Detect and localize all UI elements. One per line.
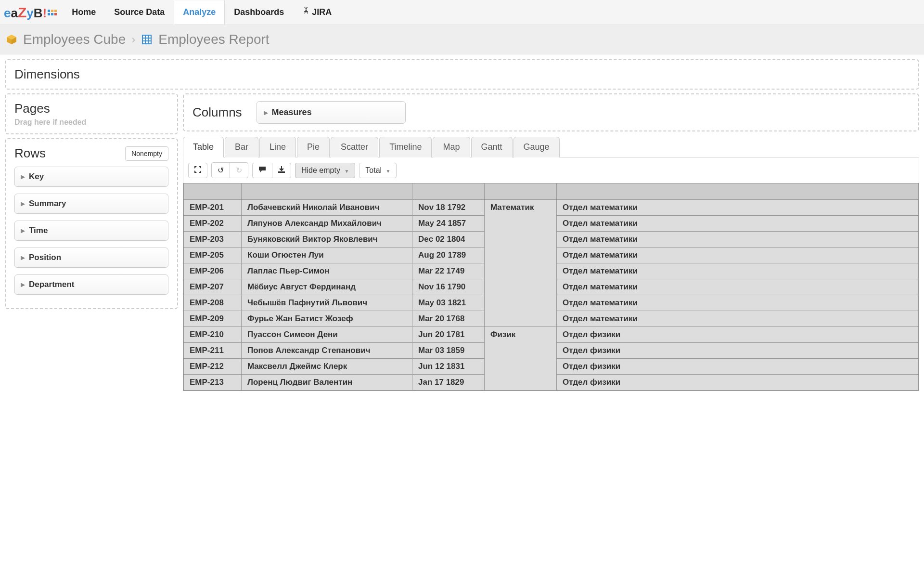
cell-date[interactable]: Aug 20 1789 (412, 248, 485, 263)
cell-date[interactable]: May 24 1857 (412, 216, 485, 232)
cell-department[interactable]: Отдел физики (557, 359, 919, 375)
cell-department[interactable]: Отдел математики (557, 311, 919, 327)
dimensions-panel[interactable]: Dimensions (5, 59, 919, 90)
rows-panel[interactable]: Rows Nonempty ▶Key▶Summary▶Time▶Position… (5, 138, 178, 309)
cell-department[interactable]: Отдел физики (557, 327, 919, 343)
tab-table[interactable]: Table (183, 137, 224, 157)
svg-rect-10 (149, 36, 151, 38)
cell-department[interactable]: Отдел физики (557, 375, 919, 391)
logo[interactable]: eaZyB! (4, 4, 57, 21)
nonempty-button[interactable]: Nonempty (125, 146, 168, 161)
cell-position[interactable]: Физик (485, 327, 557, 391)
cell-date[interactable]: Dec 02 1804 (412, 232, 485, 248)
dimension-label: Department (29, 280, 74, 289)
cell-department[interactable]: Отдел математики (557, 295, 919, 311)
cell-date[interactable]: May 03 1821 (412, 295, 485, 311)
cell-date[interactable]: Mar 22 1749 (412, 263, 485, 279)
svg-point-2 (306, 7, 307, 8)
columns-panel[interactable]: Columns ▶ Measures (183, 93, 919, 131)
cell-name[interactable]: Буняковский Виктор Яковлевич (242, 232, 412, 248)
redo-button[interactable]: ↻ (230, 162, 248, 178)
cell-date[interactable]: Jun 20 1781 (412, 327, 485, 343)
cell-date[interactable]: Nov 18 1792 (412, 200, 485, 216)
tab-pie[interactable]: Pie (297, 137, 330, 157)
download-button[interactable] (272, 163, 291, 178)
row-dimension-position[interactable]: ▶Position (14, 248, 168, 268)
cell-key[interactable]: EMP-203 (184, 232, 242, 248)
row-dimension-department[interactable]: ▶Department (14, 274, 168, 295)
cell-key[interactable]: EMP-206 (184, 263, 242, 279)
comment-button[interactable] (252, 163, 272, 178)
nav-jira[interactable]: JIRA (293, 0, 341, 24)
tab-line[interactable]: Line (259, 137, 296, 157)
cell-department[interactable]: Отдел математики (557, 216, 919, 232)
nav-source-data[interactable]: Source Data (105, 0, 174, 24)
total-dropdown[interactable]: Total ▼ (359, 163, 397, 178)
cell-key[interactable]: EMP-210 (184, 327, 242, 343)
undo-button[interactable]: ↺ (211, 162, 230, 178)
cell-key[interactable]: EMP-202 (184, 216, 242, 232)
svg-rect-15 (146, 41, 148, 43)
tab-bar[interactable]: Bar (225, 137, 258, 157)
cell-name[interactable]: Пуассон Симеон Дени (242, 327, 412, 343)
svg-rect-16 (149, 41, 151, 43)
cell-key[interactable]: EMP-208 (184, 295, 242, 311)
cell-date[interactable]: Mar 03 1859 (412, 343, 485, 359)
row-dimension-summary[interactable]: ▶Summary (14, 194, 168, 214)
cell-name[interactable]: Чебышёв Пафнутий Львович (242, 295, 412, 311)
cell-name[interactable]: Мёбиус Август Фердинанд (242, 279, 412, 295)
pages-panel[interactable]: Pages Drag here if needed (5, 93, 178, 134)
tab-gantt[interactable]: Gantt (471, 137, 513, 157)
cell-key[interactable]: EMP-213 (184, 375, 242, 391)
cell-department[interactable]: Отдел математики (557, 232, 919, 248)
cell-key[interactable]: EMP-201 (184, 200, 242, 216)
cell-key[interactable]: EMP-209 (184, 311, 242, 327)
cell-department[interactable]: Отдел математики (557, 248, 919, 263)
nav-dashboards[interactable]: Dashboards (225, 0, 293, 24)
hide-empty-dropdown[interactable]: Hide empty ▼ (295, 163, 355, 178)
cell-date[interactable]: Nov 16 1790 (412, 279, 485, 295)
tab-map[interactable]: Map (433, 137, 470, 157)
row-dimension-time[interactable]: ▶Time (14, 221, 168, 241)
tab-gauge[interactable]: Gauge (513, 137, 560, 157)
cell-date[interactable]: Jan 17 1829 (412, 375, 485, 391)
cell-name[interactable]: Лаплас Пьер-Симон (242, 263, 412, 279)
tab-scatter[interactable]: Scatter (331, 137, 378, 157)
nav-home[interactable]: Home (63, 0, 105, 24)
cell-name[interactable]: Фурье Жан Батист Жозеф (242, 311, 412, 327)
measures-pill[interactable]: ▶ Measures (257, 101, 406, 124)
svg-point-0 (306, 8, 307, 10)
row-dimension-key[interactable]: ▶Key (14, 167, 168, 187)
cell-name[interactable]: Коши Огюстен Луи (242, 248, 412, 263)
cell-name[interactable]: Максвелл Джеймс Клерк (242, 359, 412, 375)
breadcrumb-report-name[interactable]: Employees Report (158, 32, 269, 47)
cell-key[interactable]: EMP-212 (184, 359, 242, 375)
download-icon (278, 166, 285, 174)
pages-hint: Drag here if needed (14, 118, 168, 127)
cell-key[interactable]: EMP-211 (184, 343, 242, 359)
cell-date[interactable]: Mar 20 1768 (412, 311, 485, 327)
table-row[interactable]: EMP-210Пуассон Симеон ДениJun 20 1781Физ… (184, 327, 919, 343)
cell-department[interactable]: Отдел математики (557, 279, 919, 295)
cell-department[interactable]: Отдел математики (557, 263, 919, 279)
triangle-right-icon: ▶ (21, 227, 25, 234)
pages-title: Pages (14, 101, 168, 116)
nav-analyze[interactable]: Analyze (174, 0, 225, 24)
svg-rect-8 (143, 36, 145, 38)
breadcrumb-cube-name[interactable]: Employees Cube (23, 32, 126, 47)
cell-name[interactable]: Ляпунов Александр Михайлович (242, 216, 412, 232)
cell-name[interactable]: Лобачевский Николай Иванович (242, 200, 412, 216)
cell-date[interactable]: Jun 12 1831 (412, 359, 485, 375)
cell-department[interactable]: Отдел математики (557, 200, 919, 216)
top-navbar: eaZyB! Home Source Data Analyze Dashboar… (0, 0, 924, 25)
fullscreen-button[interactable] (188, 163, 207, 178)
cell-position[interactable]: Математик (485, 200, 557, 327)
cell-key[interactable]: EMP-207 (184, 279, 242, 295)
cell-name[interactable]: Лоренц Людвиг Валентин (242, 375, 412, 391)
table-row[interactable]: EMP-201Лобачевский Николай ИвановичNov 1… (184, 200, 919, 216)
chart-tabs: TableBarLinePieScatterTimelineMapGanttGa… (183, 136, 919, 157)
cell-key[interactable]: EMP-205 (184, 248, 242, 263)
tab-timeline[interactable]: Timeline (379, 137, 432, 157)
cell-department[interactable]: Отдел физики (557, 343, 919, 359)
cell-name[interactable]: Попов Александр Степанович (242, 343, 412, 359)
